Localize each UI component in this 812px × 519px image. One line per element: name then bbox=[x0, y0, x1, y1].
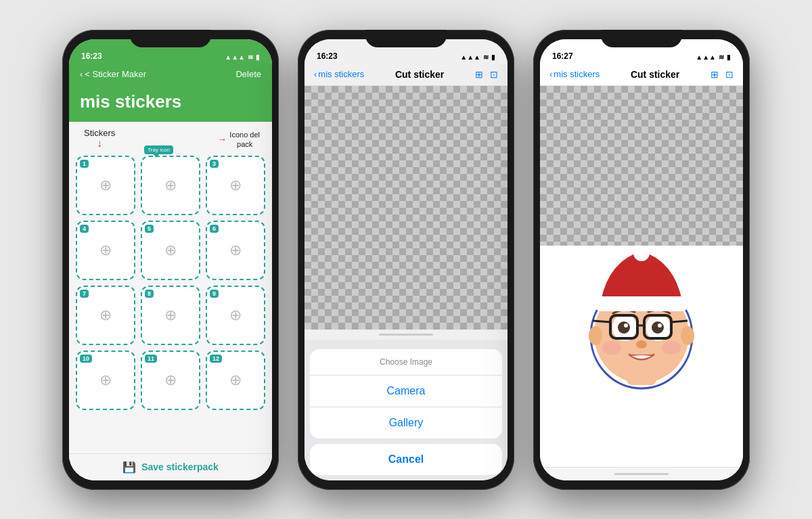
add-icon-7: ⊕ bbox=[99, 307, 112, 324]
sticker-cell-3[interactable]: 3 ⊕ bbox=[206, 156, 265, 215]
nav-title-3: Cut sticker bbox=[631, 69, 679, 80]
battery-icon-2: ▮ bbox=[491, 53, 495, 61]
add-icon-5: ⊕ bbox=[164, 242, 177, 259]
screen-1: 16:23 ▲▲▲ ≋ ▮ ‹ < Sticker Maker Delete bbox=[69, 39, 272, 480]
nav-bar-3: ‹ mis stickers Cut sticker ⊞ ⊡ bbox=[540, 64, 743, 86]
chevron-left-icon-2: ‹ bbox=[314, 69, 317, 79]
back-button-3[interactable]: ‹ mis stickers bbox=[549, 69, 600, 79]
save-label: Save stickerpack bbox=[141, 461, 219, 472]
nav-title-2: Cut sticker bbox=[395, 69, 444, 80]
chevron-left-icon-1: ‹ bbox=[80, 69, 83, 79]
svg-point-12 bbox=[618, 321, 630, 334]
add-icon-4: ⊕ bbox=[99, 242, 112, 259]
signal-icon-3: ▲▲▲ bbox=[696, 53, 716, 61]
screen-2: 16:23 ▲▲▲ ≋ ▮ ‹ mis stickers Cut sticker bbox=[304, 39, 508, 480]
notch-1 bbox=[130, 30, 211, 47]
sticker-canvas-3 bbox=[540, 86, 743, 467]
wifi-icon-3: ≋ bbox=[719, 53, 724, 61]
svg-point-3 bbox=[589, 326, 602, 345]
status-time-1: 16:23 bbox=[81, 51, 102, 61]
canvas-area-2 bbox=[304, 86, 508, 330]
screen-3: 16:27 ▲▲▲ ≋ ▮ ‹ mis stickers Cut sticker bbox=[540, 39, 743, 480]
svg-point-16 bbox=[636, 340, 647, 348]
delete-button-1[interactable]: Delete bbox=[235, 69, 261, 79]
status-icons-2: ▲▲▲ ≋ ▮ bbox=[460, 53, 495, 61]
phone-2: 16:23 ▲▲▲ ≋ ▮ ‹ mis stickers Cut sticker bbox=[298, 30, 514, 490]
svg-point-13 bbox=[652, 321, 664, 334]
battery-icon-3: ▮ bbox=[727, 53, 731, 61]
tray-icon-label: Tray icon bbox=[144, 145, 173, 154]
back-button-2[interactable]: ‹ mis stickers bbox=[314, 69, 364, 79]
tray-icon-cell[interactable]: ⊕ bbox=[141, 156, 200, 215]
action-sheet-container: Choose Image Camera Gallery Cancel bbox=[304, 340, 508, 480]
phones-container: 16:23 ▲▲▲ ≋ ▮ ‹ < Sticker Maker Delete bbox=[0, 0, 812, 519]
signal-icon-1: ▲▲▲ bbox=[225, 53, 245, 61]
add-icon-3: ⊕ bbox=[229, 177, 242, 194]
arrow-right-tray: → bbox=[217, 134, 227, 145]
sticker-cell-10[interactable]: 10 ⊕ bbox=[76, 351, 135, 410]
signal-icon-2: ▲▲▲ bbox=[460, 53, 480, 61]
status-icons-1: ▲▲▲ ≋ ▮ bbox=[225, 53, 260, 61]
cancel-button[interactable]: Cancel bbox=[310, 444, 502, 475]
sticker-cell-7[interactable]: 7 ⊕ bbox=[76, 286, 135, 345]
battery-icon-1: ▮ bbox=[256, 53, 260, 61]
pack-title-1: mis stickers bbox=[69, 85, 272, 122]
notch-3 bbox=[601, 30, 682, 47]
grid-icon-3[interactable]: ⊞ bbox=[710, 69, 719, 80]
nav-bar-2: ‹ mis stickers Cut sticker ⊞ ⊡ bbox=[304, 64, 508, 86]
sticker-cell-8[interactable]: 8 ⊕ bbox=[141, 286, 200, 345]
back-button-1[interactable]: ‹ < Sticker Maker bbox=[80, 69, 146, 79]
camera-button[interactable]: Camera bbox=[310, 376, 502, 407]
add-icon-12: ⊕ bbox=[229, 371, 242, 389]
sticker-cell-11[interactable]: 11 ⊕ bbox=[141, 351, 200, 410]
annotation-icono: Icono delpack bbox=[229, 130, 260, 150]
sticker-cell-9[interactable]: 9 ⊕ bbox=[206, 286, 265, 345]
chevron-left-icon-3: ‹ bbox=[549, 69, 552, 79]
checkered-top bbox=[540, 86, 743, 257]
save-icon: 💾 bbox=[122, 461, 136, 474]
status-time-2: 16:23 bbox=[317, 51, 338, 61]
layers-icon-3[interactable]: ⊡ bbox=[725, 69, 734, 80]
add-icon-tray: ⊕ bbox=[164, 177, 177, 194]
save-bar[interactable]: 💾 Save stickerpack bbox=[69, 453, 272, 480]
add-icon-9: ⊕ bbox=[229, 307, 242, 324]
svg-point-20 bbox=[662, 341, 681, 355]
layers-icon-2[interactable]: ⊡ bbox=[490, 69, 498, 80]
svg-rect-17 bbox=[594, 296, 689, 311]
status-icons-3: ▲▲▲ ≋ ▮ bbox=[696, 53, 731, 61]
add-icon-11: ⊕ bbox=[164, 371, 177, 389]
sticker-cell-6[interactable]: 6 ⊕ bbox=[206, 221, 265, 280]
nav-bar-1: ‹ < Sticker Maker Delete bbox=[69, 64, 272, 85]
svg-point-4 bbox=[681, 326, 694, 345]
notch-2 bbox=[365, 30, 447, 47]
add-icon-8: ⊕ bbox=[164, 307, 177, 324]
add-icon-10: ⊕ bbox=[99, 371, 112, 389]
nav-icons-3: ⊞ ⊡ bbox=[710, 69, 734, 80]
sticker-cell-12[interactable]: 12 ⊕ bbox=[206, 351, 265, 410]
action-sheet: Choose Image Camera Gallery bbox=[310, 349, 502, 438]
sticker-cell-1[interactable]: 1 ⊕ bbox=[76, 156, 135, 215]
action-sheet-title: Choose Image bbox=[310, 349, 502, 376]
scrollbar-3 bbox=[540, 467, 743, 480]
scrollbar-2 bbox=[304, 330, 508, 340]
phone-1: 16:23 ▲▲▲ ≋ ▮ ‹ < Sticker Maker Delete bbox=[62, 30, 279, 490]
wifi-icon-1: ≋ bbox=[248, 53, 253, 61]
grid-icon-2[interactable]: ⊞ bbox=[475, 69, 483, 80]
gallery-button[interactable]: Gallery bbox=[310, 407, 502, 438]
svg-point-14 bbox=[624, 323, 628, 328]
add-icon-6: ⊕ bbox=[229, 242, 242, 259]
svg-point-19 bbox=[602, 341, 621, 355]
santa-memoji bbox=[581, 248, 702, 383]
status-time-3: 16:27 bbox=[552, 51, 573, 61]
phone-3: 16:27 ▲▲▲ ≋ ▮ ‹ mis stickers Cut sticker bbox=[533, 30, 750, 490]
sticker-cell-5[interactable]: 5 ⊕ bbox=[141, 221, 200, 280]
nav-icons-2: ⊞ ⊡ bbox=[475, 69, 498, 80]
annotation-stickers: Stickers bbox=[84, 128, 115, 138]
stickers-grid: 1 ⊕ ⊕ 3 ⊕ 4 bbox=[76, 156, 265, 410]
wifi-icon-2: ≋ bbox=[483, 53, 489, 61]
add-icon-1: ⊕ bbox=[99, 177, 112, 194]
arrow-down-stickers: ↓ bbox=[97, 138, 102, 149]
svg-line-10 bbox=[593, 321, 610, 322]
sticker-cell-4[interactable]: 4 ⊕ bbox=[76, 221, 135, 280]
svg-line-11 bbox=[671, 321, 687, 322]
